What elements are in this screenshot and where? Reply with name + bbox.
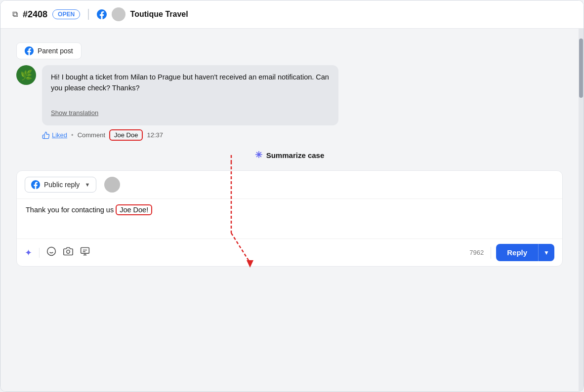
comment-label: Comment <box>78 131 105 139</box>
sparkle-icon: ✳ <box>255 150 262 160</box>
reply-avatar <box>104 177 120 193</box>
content-area: Parent post 🌿 Hi! I bought a ticket from… <box>0 29 579 392</box>
user-avatar: 🌿 <box>16 65 36 85</box>
camera-icon[interactable] <box>63 246 73 259</box>
message-actions: Liked • Comment Joe Doe 12:37 <box>42 129 563 141</box>
status-badge: OPEN <box>52 9 80 19</box>
message-content: Hi! I bought a ticket from Milan to Prag… <box>42 65 563 141</box>
ticket-id: #2408 <box>23 9 47 20</box>
reply-box-header: Public reply ▼ <box>17 171 562 199</box>
svg-rect-8 <box>81 248 89 254</box>
summarize-row: ✳ Summarize case <box>16 150 563 160</box>
dropdown-arrow-icon: ▼ <box>84 182 90 188</box>
template-icon[interactable] <box>80 246 90 259</box>
message-bubble: Hi! I bought a ticket from Milan to Prag… <box>42 65 338 125</box>
scrollbar-track[interactable] <box>579 29 584 392</box>
reply-name-highlight: Joe Doe! <box>116 204 152 215</box>
message-text: Hi! I bought a ticket from Milan to Prag… <box>51 73 329 92</box>
summarize-label: Summarize case <box>266 151 325 159</box>
svg-point-7 <box>67 250 70 254</box>
reply-text-before: Thank you for contacting us <box>26 206 116 214</box>
emoji-icon[interactable] <box>46 246 56 259</box>
ticket-header: ⧉ #2408 OPEN Toutique Travel <box>0 0 584 29</box>
liked-label: Liked <box>52 131 67 139</box>
public-reply-dropdown[interactable]: Public reply ▼ <box>25 177 96 193</box>
footer-divider <box>491 247 491 259</box>
copy-icon[interactable]: ⧉ <box>12 10 18 19</box>
summarize-case-button[interactable]: ✳ Summarize case <box>255 150 325 160</box>
thumbs-up-icon <box>42 131 50 139</box>
char-count: 7962 <box>469 249 484 256</box>
message-timestamp: 12:37 <box>147 131 163 139</box>
show-translation-link[interactable]: Show translation <box>51 108 98 118</box>
public-reply-label: Public reply <box>44 181 80 189</box>
reply-submit-button[interactable]: Reply <box>496 244 538 261</box>
liked-button[interactable]: Liked <box>42 131 67 139</box>
reply-dropdown-button[interactable]: ▼ <box>538 244 554 261</box>
parent-post-label: Parent post <box>38 47 73 55</box>
main-window: ⧉ #2408 OPEN Toutique Travel Parent post… <box>0 0 584 392</box>
facebook-icon-reply <box>31 180 40 189</box>
vertical-divider <box>88 9 89 20</box>
reply-box-footer: ✦ <box>17 238 562 266</box>
reply-box: Public reply ▼ Thank you for contacting … <box>16 170 563 267</box>
facebook-icon <box>97 9 107 19</box>
company-name: Toutique Travel <box>130 10 188 19</box>
scrollbar-thumb[interactable] <box>579 39 583 98</box>
main-content: Parent post 🌿 Hi! I bought a ticket from… <box>0 29 584 392</box>
svg-point-4 <box>47 247 56 256</box>
author-name-box[interactable]: Joe Doe <box>109 129 143 141</box>
parent-post-button[interactable]: Parent post <box>16 42 82 59</box>
annotation-container: 🌿 Hi! I bought a ticket from Milan to Pr… <box>16 65 563 141</box>
facebook-icon-small <box>25 46 34 55</box>
reply-text-area[interactable]: Thank you for contacting us Joe Doe! <box>17 199 562 238</box>
separator: • <box>71 131 74 139</box>
message-row: 🌿 Hi! I bought a ticket from Milan to Pr… <box>16 65 563 141</box>
company-avatar <box>112 7 125 21</box>
reply-button-group: Reply ▼ <box>496 244 554 261</box>
toolbar-divider <box>39 248 40 258</box>
toolbar-icons: ✦ <box>25 246 469 259</box>
ai-sparkle-icon[interactable]: ✦ <box>25 247 32 258</box>
